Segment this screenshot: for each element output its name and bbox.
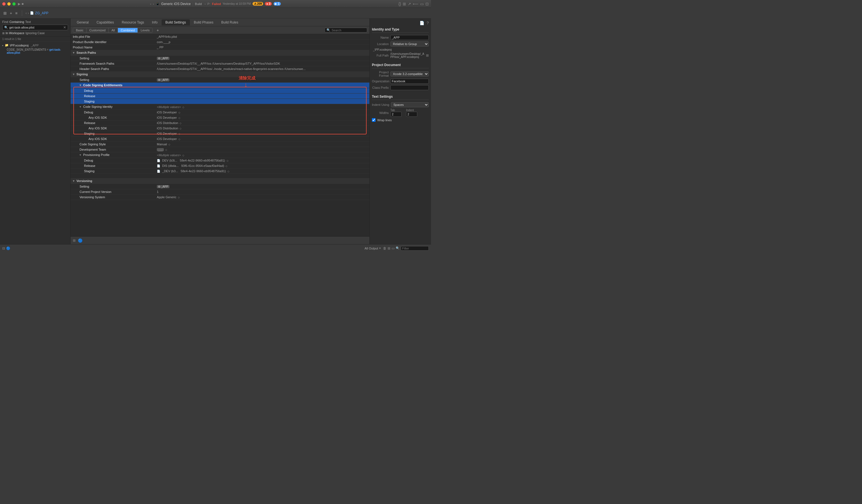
- nav-back-icon[interactable]: ‹: [150, 2, 151, 5]
- subtab-combined[interactable]: Combined: [118, 28, 138, 32]
- setting-value-productname: _ PP: [155, 45, 369, 50]
- settings-search-box: 🔍: [325, 28, 367, 32]
- setting-value-release-identity: iOS Distribution ◇: [155, 120, 369, 126]
- setting-name-staging-identity: Staging: [70, 131, 155, 136]
- add-setting-button[interactable]: +: [155, 28, 160, 32]
- tab-build-settings[interactable]: Build Settings: [161, 19, 190, 26]
- wrap-lines-checkbox[interactable]: [372, 118, 376, 122]
- tab-info[interactable]: Info: [148, 19, 161, 26]
- setting-value-debug-sdk: iOS Developer ◇: [155, 115, 369, 120]
- table-row: Setting ⚙ _APP: [70, 77, 369, 83]
- entitlements-chevron-icon: ▾: [80, 83, 81, 87]
- file-inspector-icon[interactable]: 📄: [419, 21, 424, 25]
- subtab-basic[interactable]: Basic: [73, 28, 87, 32]
- split-icon[interactable]: ▭: [392, 247, 395, 250]
- table-row: Header Search Paths /Users/sunwen/Deskto…: [70, 66, 369, 72]
- inspector-toggle-icon[interactable]: ⊡: [426, 2, 429, 6]
- prov-release-icon: 📄: [157, 164, 160, 168]
- fullscreen-button[interactable]: [12, 2, 16, 5]
- indent-using-select[interactable]: Spaces: [391, 102, 429, 107]
- subtab-levels[interactable]: Levels: [138, 28, 152, 32]
- entitlements-debug-row[interactable]: Debug: [70, 88, 369, 94]
- code-view-icon[interactable]: {}: [399, 2, 401, 6]
- sign-identity-chevron-icon: ▾: [80, 105, 81, 108]
- setting-value-cur-version: 1: [155, 189, 369, 195]
- project-doc-section: Project Document Project Format Xcode 3.…: [372, 63, 429, 90]
- build-label: Build: [195, 2, 201, 5]
- setting-name-version-system: Versioning System: [70, 195, 155, 200]
- entitlements-staging-row[interactable]: Staging: [70, 99, 369, 104]
- tab-capabilities[interactable]: Capabilities: [93, 19, 118, 26]
- location-select[interactable]: Relative to Group: [390, 41, 429, 47]
- sidebar-toggle-icon[interactable]: ⊞: [2, 10, 8, 16]
- setting-value-prov-profile: <Multiple values> ◇: [155, 152, 369, 158]
- layout-icon[interactable]: ⊞: [403, 2, 406, 6]
- trash-icon[interactable]: 🗑: [383, 247, 387, 250]
- console-icon[interactable]: ⊟: [2, 247, 5, 250]
- identity-section: Identity and Type Name Location Relative…: [372, 27, 429, 58]
- name-input[interactable]: [390, 35, 429, 40]
- indent-label: Indent: [406, 109, 417, 112]
- action-icon[interactable]: ≡: [14, 10, 18, 16]
- subtab-all[interactable]: All: [109, 28, 118, 32]
- main-layout: Find Containing Text 🔍 ✕ ⊞ In Workspace …: [0, 18, 431, 244]
- class-prefix-input[interactable]: [390, 85, 429, 90]
- filter-input[interactable]: [401, 246, 429, 251]
- panel-toggle-icon[interactable]: ▭: [420, 2, 424, 6]
- help-icon[interactable]: ?: [427, 21, 429, 25]
- tab-general[interactable]: General: [73, 19, 93, 26]
- nav-fwd-icon[interactable]: ›: [153, 2, 154, 5]
- project-format-select[interactable]: Xcode 3.2-compatible: [390, 71, 429, 77]
- indent-width-input[interactable]: [406, 112, 417, 117]
- traffic-lights: [2, 2, 16, 5]
- setting-value-header-paths: /Users/sunwen/Desktop/STX/__APP/ios/../n…: [155, 66, 369, 72]
- match-item[interactable]: CODE_SIGN_ENTITLEMENTS = get-task-allow.…: [0, 48, 70, 55]
- layout2-icon[interactable]: ⊞: [388, 247, 390, 250]
- tab-resource-tags[interactable]: Resource Tags: [118, 19, 148, 26]
- spacer-row: [70, 174, 369, 178]
- text-settings-title: Text Settings: [372, 95, 429, 100]
- add-file-icon[interactable]: +: [9, 10, 13, 16]
- versioning-chevron-icon: ▾: [73, 179, 75, 183]
- version-system-arrow: ◇: [178, 196, 180, 199]
- reveal-in-finder-icon[interactable]: ⊞: [426, 53, 429, 57]
- back-icon[interactable]: ⟵: [413, 2, 418, 6]
- entitlements-release-row[interactable]: Release: [70, 94, 369, 99]
- table-row-staging-sdk: Any iOS SDK iOS Developer ◇: [70, 136, 369, 142]
- add-target-icon[interactable]: ⊞: [73, 239, 76, 242]
- nav-back-btn[interactable]: ‹: [26, 11, 27, 15]
- setting-name-productname: Product Name: [70, 45, 155, 50]
- minimize-button[interactable]: [7, 2, 11, 5]
- tab-width-input[interactable]: [390, 112, 402, 117]
- close-button[interactable]: [2, 2, 5, 5]
- project-name[interactable]: ZG_APP: [35, 11, 48, 15]
- match-prefix: CODE_SIGN_ENTITLEMENTS =: [7, 48, 49, 51]
- setting-value-entitlements: [155, 83, 369, 88]
- debug-console-icon[interactable]: 🔵: [6, 247, 10, 250]
- prov-release-arrow: ◇: [225, 165, 227, 168]
- debug-icon[interactable]: 🔵: [78, 238, 83, 243]
- tab-build-phases[interactable]: Build Phases: [190, 19, 217, 26]
- setting-value-staging: [155, 99, 369, 104]
- folder-icon: 📁: [5, 43, 9, 47]
- toolbar-separator: [22, 10, 22, 16]
- right-panel: 📄 ? Identity and Type Name Location Rela…: [369, 18, 431, 244]
- tab-build-rules[interactable]: Build Rules: [217, 19, 242, 26]
- code-sign-entitlements-row[interactable]: ▾ Code Signing Entitlements: [70, 83, 369, 88]
- subtab-customized[interactable]: Customized: [87, 28, 109, 32]
- nav-breadcrumb: ‹ › 📄 ZG_APP: [26, 11, 48, 15]
- table-row-prov-release: Release 📄 DIS (dbda... 93f6-41cc-9564-e5…: [70, 163, 369, 169]
- find-search-input[interactable]: [9, 26, 62, 29]
- setting-value-debug: [155, 88, 369, 94]
- tree-project-item[interactable]: ▸ 📁 \PP.xcodeproj _APP: [0, 43, 70, 48]
- clear-icon[interactable]: ✕: [63, 26, 66, 29]
- name-label: Name: [372, 36, 389, 39]
- settings-search-input[interactable]: [331, 29, 365, 32]
- table-row: Framework Search Paths /Users/sunwen/Des…: [70, 61, 369, 66]
- setting-name-debug-identity: Debug: [70, 110, 155, 115]
- setting-value-versioning-setting: ⚙ _APP: [155, 184, 369, 189]
- nav-fwd-btn[interactable]: ›: [28, 11, 29, 15]
- bottom-right: 🗑 ⊞ ▭ 🔍: [383, 246, 429, 251]
- share-icon[interactable]: ↗: [408, 2, 411, 6]
- org-input[interactable]: [390, 79, 429, 84]
